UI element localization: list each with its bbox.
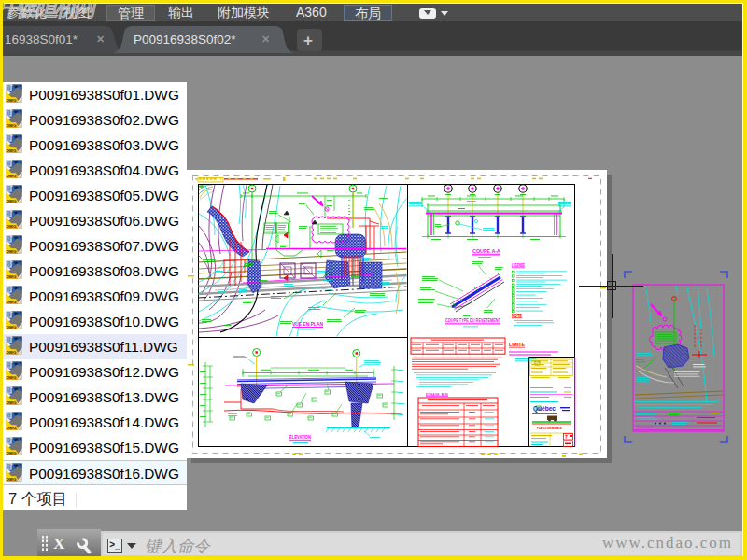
svg-text:Québec: Québec xyxy=(533,405,556,413)
svg-text:DWG: DWG xyxy=(6,350,16,355)
svg-text:NOTE: NOTE xyxy=(512,314,522,318)
svg-text:DWG: DWG xyxy=(6,224,16,229)
svg-text:COUPE TYPE DU REVETEMENT: COUPE TYPE DU REVETEMENT xyxy=(445,318,500,323)
svg-text:7: 7 xyxy=(565,434,568,440)
svg-text:DWG: DWG xyxy=(6,148,16,153)
svg-text:DWG: DWG xyxy=(6,274,16,279)
svg-text:DWG: DWG xyxy=(6,98,16,103)
svg-text:DWG: DWG xyxy=(6,375,16,380)
svg-text:DWG: DWG xyxy=(6,123,16,128)
svg-text:DWG: DWG xyxy=(6,400,16,405)
svg-text:DWG: DWG xyxy=(6,451,16,455)
svg-text:DWG: DWG xyxy=(6,325,16,329)
svg-text:ELEVATION: ELEVATION xyxy=(289,434,311,440)
svg-text:DOSAGE: B-30: DOSAGE: B-30 xyxy=(426,392,448,397)
svg-text:DWG: DWG xyxy=(6,199,16,203)
svg-text:DWG: DWG xyxy=(6,249,16,254)
svg-text:LEGENDE: LEGENDE xyxy=(512,262,525,268)
svg-text:DWG: DWG xyxy=(6,426,16,430)
svg-text:PLAN D'ENSEMBLE: PLAN D'ENSEMBLE xyxy=(537,426,562,430)
svg-text:COUPE A-A: COUPE A-A xyxy=(472,248,501,254)
svg-text:DWG: DWG xyxy=(6,174,16,178)
svg-text:DWG: DWG xyxy=(6,477,16,482)
svg-text:DWG: DWG xyxy=(6,300,16,304)
svg-text:LIMITE: LIMITE xyxy=(509,343,526,347)
